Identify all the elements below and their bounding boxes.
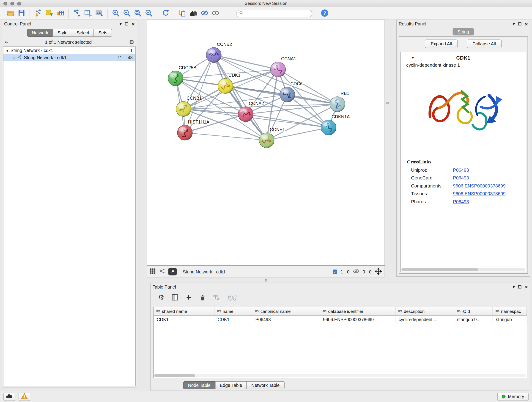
close-panel-icon[interactable]: ×: [525, 21, 528, 27]
tree-expand-icon[interactable]: ▾: [6, 48, 8, 53]
close-panel-icon[interactable]: ×: [132, 21, 135, 27]
panel-menu-icon[interactable]: ▾: [513, 284, 515, 289]
hidden-eye-slash-icon: [353, 268, 359, 275]
zoom-in-button[interactable]: [110, 8, 121, 19]
crosslink-link[interactable]: P06493: [453, 167, 469, 173]
grid-view-icon[interactable]: [150, 268, 156, 275]
network-node-ccne1[interactable]: [259, 133, 274, 148]
panel-menu-icon[interactable]: ▾: [120, 22, 122, 26]
show-all-button[interactable]: [210, 8, 221, 19]
float-panel-icon[interactable]: [518, 285, 521, 288]
crosslink-link[interactable]: P06493: [453, 175, 469, 181]
crosslink-link[interactable]: 9606.ENSP00000378699: [453, 191, 506, 196]
zoom-out-button[interactable]: [121, 8, 133, 19]
table-cell[interactable]: CDK1: [215, 316, 252, 324]
column-header[interactable]: canonical name: [252, 307, 320, 316]
network-node-hist1h1a[interactable]: [177, 125, 192, 140]
network-share-icon[interactable]: [159, 268, 165, 275]
network-node-ccna2[interactable]: [238, 107, 253, 122]
collapse-expand-all-icon[interactable]: ▾▴: [5, 40, 7, 44]
export-network-button[interactable]: [71, 8, 82, 19]
tab-network-table[interactable]: Network Table: [247, 381, 284, 389]
crosslink-link[interactable]: P06493: [453, 199, 469, 204]
function-builder-icon: f(x): [228, 294, 237, 301]
add-column-icon[interactable]: +: [184, 293, 193, 302]
table-cell[interactable]: P06493: [252, 316, 320, 324]
database-import-icon: [45, 9, 53, 18]
warnings-button[interactable]: [19, 392, 30, 401]
float-panel-icon[interactable]: [125, 22, 128, 26]
tab-network[interactable]: Network: [27, 29, 53, 37]
zoom-fit-button[interactable]: [133, 8, 143, 19]
cloud-status-button[interactable]: [3, 392, 15, 401]
column-header[interactable]: namespac: [493, 307, 527, 316]
search-field[interactable]: [236, 10, 312, 17]
network-node-cdkn1a[interactable]: [321, 120, 336, 135]
tab-style[interactable]: Style: [53, 29, 72, 37]
tab-edge-table[interactable]: Edge Table: [215, 381, 247, 389]
delete-column-trash-icon[interactable]: [198, 293, 207, 302]
hide-selected-button[interactable]: [199, 8, 210, 19]
network-node-cdc6[interactable]: [280, 87, 295, 102]
splitter-handle[interactable]: [265, 279, 267, 282]
column-header[interactable]: @id: [454, 307, 493, 316]
network-export-icon: [73, 9, 81, 18]
table-row[interactable]: CDK1 CDK1 P06493 9606.ENSP00000378699 cy…: [154, 316, 527, 324]
column-header[interactable]: database identifier: [320, 307, 396, 316]
expand-all-button[interactable]: Expand All: [425, 40, 457, 48]
import-table-button[interactable]: [55, 8, 66, 19]
help-button[interactable]: ?: [319, 8, 330, 19]
save-session-button[interactable]: [16, 8, 27, 19]
table-cell[interactable]: CDK1: [154, 316, 215, 324]
splitter-handle[interactable]: [386, 102, 389, 104]
table-horizontal-scrollbar[interactable]: [154, 374, 526, 377]
close-panel-icon[interactable]: ×: [525, 284, 528, 290]
table-cell[interactable]: cyclin-dependent ...: [396, 316, 454, 324]
results-horizontal-scrollbar[interactable]: [401, 268, 525, 271]
network-node-rb1[interactable]: [330, 97, 345, 112]
tab-sets[interactable]: Sets: [94, 29, 112, 37]
crosslink-row: Compartments: 9606.ENSP00000378699: [401, 182, 526, 190]
network-graph[interactable]: CCNB2CCNA1CDC25BCDK1CDC6RB1CCNB1CCNA2CDK…: [147, 20, 385, 266]
network-node-ccnb1[interactable]: [176, 102, 191, 117]
import-network-database-button[interactable]: [44, 8, 55, 19]
crosslink-link[interactable]: 9606.ENSP00000378699: [453, 183, 506, 189]
tab-node-table[interactable]: Node Table: [183, 381, 215, 389]
network-node-cdc25b[interactable]: [168, 71, 183, 86]
zoom-selected-button[interactable]: [143, 8, 154, 19]
table-cell[interactable]: stringdb: [493, 316, 527, 324]
import-network-file-button[interactable]: [33, 8, 44, 19]
network-view-canvas[interactable]: CCNB2CCNA1CDC25BCDK1CDC6RB1CCNB1CCNA2CDK…: [147, 20, 385, 266]
tab-string[interactable]: String: [453, 28, 474, 36]
network-node-ccnb2[interactable]: [206, 47, 221, 63]
detach-view-button[interactable]: [168, 268, 177, 275]
section-collapse-icon[interactable]: ▾: [412, 55, 414, 60]
network-view-toolbar: String Network - cdk1 ✓ 1 - 0 0 - 0: [147, 266, 385, 278]
network-row[interactable]: ● String Network - cdk1 11 48: [3, 54, 135, 61]
network-node-cdk1[interactable]: [218, 78, 233, 94]
table-settings-gear-icon[interactable]: ⚙: [157, 293, 166, 302]
memory-button[interactable]: Memory: [497, 392, 529, 401]
home-view-button[interactable]: [188, 8, 199, 19]
refresh-layout-button[interactable]: [160, 8, 171, 19]
column-header[interactable]: description: [396, 307, 454, 316]
table-cell[interactable]: stringdb:9...: [454, 316, 493, 324]
column-header[interactable]: shared name: [154, 307, 215, 316]
column-header[interactable]: name: [215, 307, 252, 316]
panel-menu-icon[interactable]: ▾: [513, 22, 515, 26]
clone-network-button[interactable]: [177, 8, 188, 19]
table-cell[interactable]: 9606.ENSP00000378699: [320, 316, 396, 324]
network-collection-row[interactable]: ▾ String Network - cdk1 1: [3, 47, 135, 54]
search-input[interactable]: [244, 11, 310, 16]
open-session-button[interactable]: [5, 8, 16, 19]
export-image-button[interactable]: [94, 8, 104, 19]
collapse-all-button[interactable]: Collapse All: [467, 40, 502, 48]
selected-checkbox-icon[interactable]: ✓: [333, 269, 337, 274]
tab-select[interactable]: Select: [72, 29, 94, 37]
network-node-ccna1[interactable]: [271, 62, 286, 77]
network-options-gear-icon[interactable]: ⚙: [129, 39, 134, 45]
export-table-button[interactable]: [82, 8, 94, 19]
float-panel-icon[interactable]: [518, 22, 521, 26]
pan-crosshair-icon[interactable]: [375, 268, 382, 276]
select-columns-icon[interactable]: [171, 293, 179, 302]
